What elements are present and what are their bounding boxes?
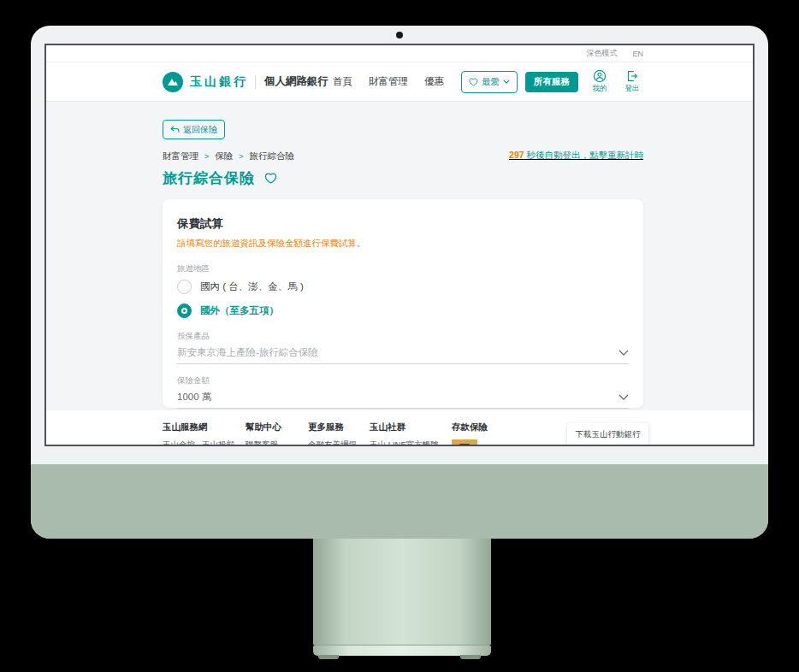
heart-icon bbox=[469, 78, 478, 86]
chevron-down-icon bbox=[618, 394, 629, 400]
mountain-logo-icon bbox=[163, 72, 183, 92]
radio-circle-checked bbox=[177, 304, 192, 318]
chevron-down-icon bbox=[618, 350, 629, 356]
page-title: 旅行綜合保險 bbox=[163, 168, 255, 188]
all-services-button[interactable]: 所有服務 bbox=[525, 72, 578, 92]
amount-label: 保險金額 bbox=[177, 375, 629, 386]
my-account-button[interactable]: 我的 bbox=[589, 69, 611, 94]
main-nav: 首頁 財富管理 優惠 bbox=[333, 75, 444, 88]
language-toggle[interactable]: EN bbox=[632, 50, 643, 58]
brand-divider bbox=[255, 75, 256, 89]
back-arrow-icon bbox=[170, 126, 180, 133]
radio-overseas[interactable]: 國外（至多五項） bbox=[177, 304, 629, 318]
back-button-label: 返回保險 bbox=[183, 124, 217, 136]
bank-logo[interactable]: 玉山銀行 個人網路銀行 bbox=[163, 72, 328, 92]
breadcrumb-current: 旅行綜合險 bbox=[250, 150, 295, 162]
site-header: 玉山銀行 個人網路銀行 首頁 財富管理 優惠 最愛 bbox=[46, 62, 753, 102]
monitor-bezel: 深色模式 EN 玉山銀行 個人網路銀行 首頁 bbox=[31, 26, 768, 539]
desktop-background: 深色模式 EN 玉山銀行 個人網路銀行 首頁 bbox=[0, 0, 799, 672]
session-timeout-link[interactable]: 297 秒後自動登出，點擊重新計時 bbox=[509, 150, 643, 162]
chevron-down-icon bbox=[503, 80, 510, 84]
session-text: 秒後自動登出，點擊重新計時 bbox=[524, 150, 643, 160]
download-app-card[interactable]: 下載玉山行動銀行 bbox=[567, 423, 648, 446]
product-select[interactable]: 新安東京海上產險-旅行綜合保險 bbox=[177, 342, 629, 364]
nav-item-offers[interactable]: 優惠 bbox=[424, 75, 444, 88]
footer-col-more-title: 更多服務 bbox=[308, 421, 344, 433]
footer-col-deposit-title: 存款保險 bbox=[452, 421, 488, 433]
premium-calculator-card: 保費試算 請填寫您的旅遊資訊及保險金額進行保費試算。 旅遊地區 國內 ( 台、澎… bbox=[163, 199, 643, 408]
favorites-button[interactable]: 最愛 bbox=[461, 71, 518, 93]
breadcrumb-wealth[interactable]: 財富管理 bbox=[163, 150, 198, 162]
page-title-row: 旅行綜合保險 bbox=[163, 168, 277, 188]
stand-foot-right bbox=[460, 655, 481, 659]
footer-col-services-title: 玉山服務網 bbox=[163, 421, 208, 433]
favorites-label: 最愛 bbox=[482, 76, 500, 88]
footer-col-help-title: 幫助中心 bbox=[246, 421, 281, 433]
radio-overseas-label: 國外（至多五項） bbox=[200, 304, 279, 317]
footer-col-social-title: 玉山社群 bbox=[370, 421, 405, 433]
page-body: 返回保險 財富管理 > 保險 > 旅行綜合險 297 秒後自動登出，點擊重新計時… bbox=[46, 102, 753, 410]
session-seconds: 297 bbox=[509, 150, 524, 160]
stand-foot-left bbox=[318, 655, 339, 659]
breadcrumb-separator: > bbox=[204, 152, 209, 161]
dark-mode-toggle[interactable]: 深色模式 bbox=[586, 48, 617, 59]
nav-item-wealth[interactable]: 財富管理 bbox=[369, 75, 408, 88]
site-footer: 玉山服務網 幫助中心 更多服務 玉山社群 存款保險 玉山金控 玉山投顧 聯繫客服… bbox=[46, 413, 753, 445]
card-title: 保費試算 bbox=[177, 216, 629, 232]
radio-domestic-label: 國內 ( 台、澎、金、馬 ) bbox=[200, 280, 304, 293]
logout-label: 登出 bbox=[625, 84, 640, 94]
breadcrumb-insurance[interactable]: 保險 bbox=[215, 150, 233, 162]
radio-circle-unchecked bbox=[177, 280, 192, 294]
utility-bar: 深色模式 EN bbox=[46, 45, 753, 62]
brand-name: 玉山銀行 bbox=[190, 74, 248, 90]
product-value: 新安東京海上產險-旅行綜合保險 bbox=[177, 346, 318, 359]
logout-button[interactable]: 登出 bbox=[621, 69, 643, 94]
my-account-label: 我的 bbox=[593, 84, 607, 94]
footer-link-line[interactable]: 玉山 LINE官方帳號 bbox=[370, 439, 439, 446]
product-label: 投保產品 bbox=[177, 331, 629, 342]
deposit-insurance-icon[interactable] bbox=[452, 439, 477, 446]
amount-select[interactable]: 1000 萬 bbox=[177, 386, 629, 409]
region-label: 旅遊地區 bbox=[177, 263, 629, 274]
all-services-label: 所有服務 bbox=[534, 76, 570, 88]
footer-link-holding[interactable]: 玉山金控 bbox=[163, 439, 195, 446]
monitor-stand bbox=[313, 539, 491, 645]
portal-name: 個人網路銀行 bbox=[264, 74, 328, 89]
breadcrumb: 財富管理 > 保險 > 旅行綜合險 bbox=[163, 150, 294, 162]
footer-link-contact[interactable]: 聯繫客服 bbox=[246, 439, 278, 446]
nav-item-home[interactable]: 首頁 bbox=[333, 75, 352, 88]
logout-icon bbox=[625, 69, 639, 83]
radio-domestic[interactable]: 國內 ( 台、澎、金、馬 ) bbox=[177, 280, 629, 294]
footer-link-invest[interactable]: 玉山投顧 bbox=[202, 439, 234, 446]
footer-link-friendly[interactable]: 金融友善網銀 bbox=[308, 439, 357, 446]
form-notice: 請填寫您的旅遊資訊及保險金額進行保費試算。 bbox=[177, 238, 629, 250]
person-icon bbox=[593, 69, 607, 83]
deposit-insurance-glyph bbox=[459, 444, 470, 446]
amount-value: 1000 萬 bbox=[177, 391, 211, 404]
back-to-insurance-button[interactable]: 返回保險 bbox=[163, 120, 225, 139]
breadcrumb-separator: > bbox=[239, 152, 243, 161]
favorite-heart-icon[interactable] bbox=[264, 173, 277, 184]
download-app-label: 下載玉山行動銀行 bbox=[567, 429, 648, 440]
monitor-chin bbox=[31, 464, 768, 539]
webcam-dot bbox=[396, 32, 403, 38]
browser-screen: 深色模式 EN 玉山銀行 個人網路銀行 首頁 bbox=[44, 44, 755, 446]
